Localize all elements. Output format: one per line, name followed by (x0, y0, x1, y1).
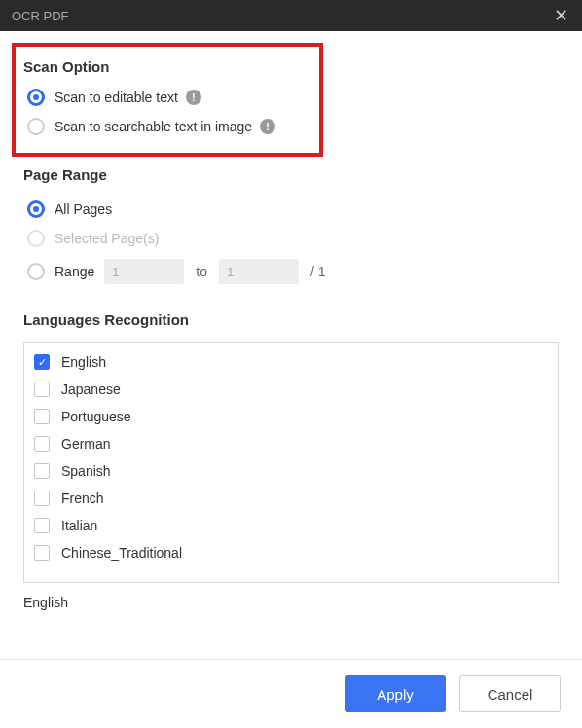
checkbox[interactable] (34, 518, 50, 533)
languages-section: Languages Recognition ✓ English Japanese… (23, 311, 559, 610)
selected-pages-row: Selected Page(s) (27, 230, 559, 247)
language-label: Portuguese (61, 409, 131, 424)
all-pages-row[interactable]: All Pages (27, 200, 559, 218)
selected-pages-label: Selected Page(s) (55, 231, 159, 246)
list-item[interactable]: German (34, 430, 548, 457)
range-inputs: to / 1 (104, 259, 325, 284)
scan-option-highlight: Scan Option Scan to editable text ! Scan… (12, 43, 323, 157)
checkbox[interactable] (34, 545, 50, 561)
dialog-footer: Apply Cancel (0, 659, 582, 728)
close-icon[interactable]: ✕ (551, 5, 570, 26)
scan-option-title: Scan Option (23, 58, 306, 75)
language-label: French (61, 491, 104, 506)
radio-range[interactable] (27, 263, 45, 280)
all-pages-label: All Pages (55, 201, 112, 217)
range-label: Range (55, 264, 94, 279)
languages-title: Languages Recognition (23, 311, 559, 328)
language-label: German (61, 436, 111, 452)
radio-all-pages[interactable] (27, 200, 45, 218)
language-label: Spanish (61, 463, 111, 479)
dialog-title: OCR PDF (12, 9, 69, 23)
checkbox[interactable] (34, 491, 50, 506)
page-range-title: Page Range (23, 166, 559, 183)
apply-button[interactable]: Apply (345, 675, 446, 712)
cancel-button[interactable]: Cancel (459, 675, 561, 712)
dialog-content: Scan Option Scan to editable text ! Scan… (0, 31, 582, 610)
list-item[interactable]: Chinese_Traditional (34, 539, 548, 566)
language-label: Chinese_Traditional (61, 545, 182, 561)
list-item[interactable]: Japanese (34, 376, 548, 403)
scan-editable-row[interactable]: Scan to editable text ! (27, 89, 306, 106)
checkbox[interactable] (34, 463, 50, 479)
radio-selected-pages (27, 230, 45, 247)
checkbox[interactable] (34, 436, 50, 452)
range-row[interactable]: Range to / 1 (27, 259, 559, 284)
page-range-section: Page Range All Pages Selected Page(s) Ra… (23, 166, 559, 284)
list-item[interactable]: ✓ English (34, 348, 548, 376)
selected-languages-summary: English (23, 595, 559, 610)
list-item[interactable]: Spanish (34, 457, 548, 485)
scan-searchable-row[interactable]: Scan to searchable text in image ! (27, 118, 306, 135)
list-item[interactable]: French (34, 485, 548, 512)
radio-scan-searchable[interactable] (27, 118, 45, 135)
radio-scan-editable[interactable] (27, 89, 45, 106)
list-item[interactable]: Italian (34, 512, 548, 539)
checkbox[interactable] (34, 409, 50, 424)
info-icon[interactable]: ! (186, 90, 201, 105)
titlebar: OCR PDF ✕ (0, 0, 582, 31)
info-icon[interactable]: ! (260, 119, 275, 134)
language-label: Italian (61, 518, 97, 533)
range-from-input[interactable] (104, 259, 184, 284)
range-to-label: to (196, 264, 207, 279)
scan-searchable-label: Scan to searchable text in image (55, 119, 252, 134)
languages-list[interactable]: ✓ English Japanese Portuguese German Spa… (23, 342, 559, 583)
checkbox[interactable]: ✓ (34, 354, 50, 370)
language-label: English (61, 354, 106, 370)
range-total: / 1 (310, 264, 326, 279)
language-label: Japanese (61, 382, 121, 397)
checkbox[interactable] (34, 382, 50, 397)
scan-editable-label: Scan to editable text (55, 90, 178, 105)
list-item[interactable]: Portuguese (34, 403, 548, 430)
range-to-input[interactable] (219, 259, 299, 284)
